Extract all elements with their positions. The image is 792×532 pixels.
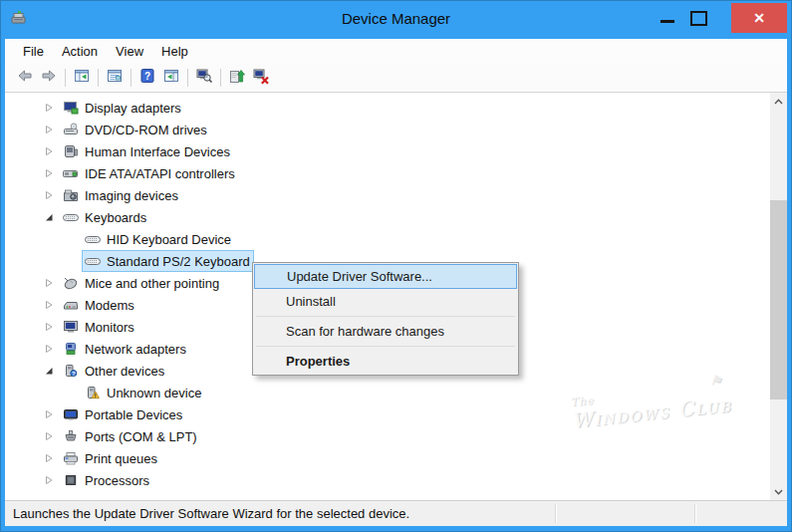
minimize-icon[interactable] xyxy=(660,20,674,23)
context-menu-separator xyxy=(256,346,515,347)
context-menu: Update Driver Software...UninstallScan f… xyxy=(252,262,519,376)
selected-tree-item: Standard PS/2 Keyboard xyxy=(83,251,253,271)
close-button[interactable]: ✕ xyxy=(731,3,787,33)
show-console-tree-icon xyxy=(73,67,91,89)
expand-toggle-icon[interactable] xyxy=(45,190,61,200)
tree-item-body: HID Keyboard Device xyxy=(83,229,234,249)
uninstall-button[interactable] xyxy=(249,66,273,90)
toolbar-separator xyxy=(65,69,66,87)
tree-item[interactable]: Keyboards xyxy=(5,206,770,228)
scroll-up-icon[interactable] xyxy=(770,93,787,110)
statusbar-divider xyxy=(694,504,696,523)
expand-toggle-icon[interactable] xyxy=(45,344,61,354)
tree-item[interactable]: Print queues xyxy=(5,447,770,469)
hid-device-icon xyxy=(61,144,81,158)
tree-item[interactable]: Human Interface Devices xyxy=(5,140,770,162)
help-button[interactable]: ? xyxy=(135,66,159,90)
vertical-scrollbar[interactable] xyxy=(770,93,787,500)
tree-item-label: IDE ATA/ATAPI controllers xyxy=(81,166,235,181)
tree-item[interactable]: HID Keyboard Device xyxy=(5,228,770,250)
context-menu-item[interactable]: Update Driver Software... xyxy=(254,264,517,289)
tree-item[interactable]: Imaging devices xyxy=(5,184,770,206)
expand-toggle-icon[interactable] xyxy=(45,322,61,332)
update-driver-button[interactable] xyxy=(225,66,249,90)
status-text: Launches the Update Driver Software Wiza… xyxy=(13,506,409,521)
tree-item[interactable]: Portable Devices xyxy=(5,403,770,425)
tree-item-body: Modems xyxy=(61,295,137,315)
toolbar-separator xyxy=(187,69,188,87)
properties-button[interactable] xyxy=(103,66,127,90)
scan-for-hardware-changes-button[interactable] xyxy=(192,66,216,90)
toolbar: ? xyxy=(5,64,787,93)
back-button[interactable] xyxy=(13,66,37,90)
tree-item-body: Ports (COM & LPT) xyxy=(61,426,200,446)
expand-toggle-icon[interactable] xyxy=(45,300,61,310)
expand-toggle-icon[interactable] xyxy=(45,103,61,113)
svg-text:?: ? xyxy=(144,71,150,82)
tree-item[interactable]: IDE ATA/ATAPI controllers xyxy=(5,162,770,184)
svg-text:?: ? xyxy=(72,371,76,377)
tree-item-body: Monitors xyxy=(61,317,137,337)
tree-item-label: Human Interface Devices xyxy=(81,144,230,159)
monitor-icon xyxy=(61,320,81,334)
menu-action[interactable]: Action xyxy=(53,41,107,62)
collapse-toggle-icon[interactable] xyxy=(45,212,61,222)
menu-file[interactable]: File xyxy=(14,41,53,62)
maximize-icon[interactable] xyxy=(690,11,707,26)
keyboard-icon xyxy=(83,232,103,246)
tree-item-label: Network adapters xyxy=(81,342,186,357)
portable-device-icon xyxy=(61,407,81,421)
tree-item-label: Other devices xyxy=(81,364,164,379)
tree-item[interactable]: Processors xyxy=(5,469,770,491)
unknown-device-icon xyxy=(83,386,103,399)
menu-help[interactable]: Help xyxy=(152,41,197,62)
device-manager-window: Device Manager ✕ FileActionViewHelp ? Di… xyxy=(0,0,792,532)
tree-item-label: Ports (COM & LPT) xyxy=(81,429,197,444)
context-menu-item[interactable]: Scan for hardware changes xyxy=(254,319,517,344)
scrollbar-thumb[interactable] xyxy=(770,200,787,399)
expand-toggle-icon[interactable] xyxy=(45,409,61,419)
scroll-down-icon[interactable] xyxy=(770,483,787,500)
tree-item-label: Print queues xyxy=(81,451,157,466)
tree-item-body: Mice and other pointing xyxy=(61,273,222,293)
tree-item-label: Monitors xyxy=(81,320,134,335)
keyboard-icon xyxy=(61,210,81,224)
show-console-tree-button[interactable] xyxy=(70,66,94,90)
context-menu-item[interactable]: Uninstall xyxy=(254,289,517,314)
tree-item-body: Portable Devices xyxy=(61,404,185,424)
tree-item-body: Imaging devices xyxy=(61,185,181,205)
expand-toggle-icon[interactable] xyxy=(45,146,61,156)
expand-toggle-icon[interactable] xyxy=(45,125,61,134)
app-body: FileActionViewHelp ? Display adaptersDVD… xyxy=(5,39,787,526)
tree-item[interactable]: DVD/CD-ROM drives xyxy=(5,119,770,140)
printer-icon xyxy=(61,451,81,465)
menu-view[interactable]: View xyxy=(107,41,152,62)
close-icon: ✕ xyxy=(753,10,765,26)
other-device-icon: ? xyxy=(61,364,81,378)
context-menu-item[interactable]: Properties xyxy=(254,349,517,374)
titlebar: Device Manager ✕ xyxy=(1,1,791,38)
modem-icon xyxy=(61,298,81,312)
properties-icon xyxy=(106,67,124,89)
update-driver-icon xyxy=(228,67,246,89)
toolbar-separator xyxy=(131,69,132,87)
show-action-pane-button[interactable] xyxy=(159,66,183,90)
expand-toggle-icon[interactable] xyxy=(45,278,61,288)
menubar: FileActionViewHelp xyxy=(5,39,787,64)
expand-toggle-icon[interactable] xyxy=(45,453,61,463)
statusbar: Launches the Update Driver Software Wiza… xyxy=(5,500,787,526)
tree-item[interactable]: Ports (COM & LPT) xyxy=(5,425,770,447)
display-adapter-icon xyxy=(61,101,81,115)
tree-item[interactable]: Unknown device xyxy=(5,382,770,403)
expand-toggle-icon[interactable] xyxy=(45,475,61,485)
device-tree-panel: Display adaptersDVD/CD-ROM drivesHuman I… xyxy=(5,93,787,500)
collapse-toggle-icon[interactable] xyxy=(45,366,61,376)
expand-toggle-icon[interactable] xyxy=(45,168,61,178)
forward-button[interactable] xyxy=(37,66,61,90)
tree-item[interactable]: Display adapters xyxy=(5,97,770,119)
window-title: Device Manager xyxy=(1,10,791,27)
tree-item-label: Standard PS/2 Keyboard xyxy=(103,254,250,269)
expand-toggle-icon[interactable] xyxy=(45,431,61,441)
tree-item-body: Print queues xyxy=(61,448,160,468)
tree-item-label: Keyboards xyxy=(81,210,146,225)
